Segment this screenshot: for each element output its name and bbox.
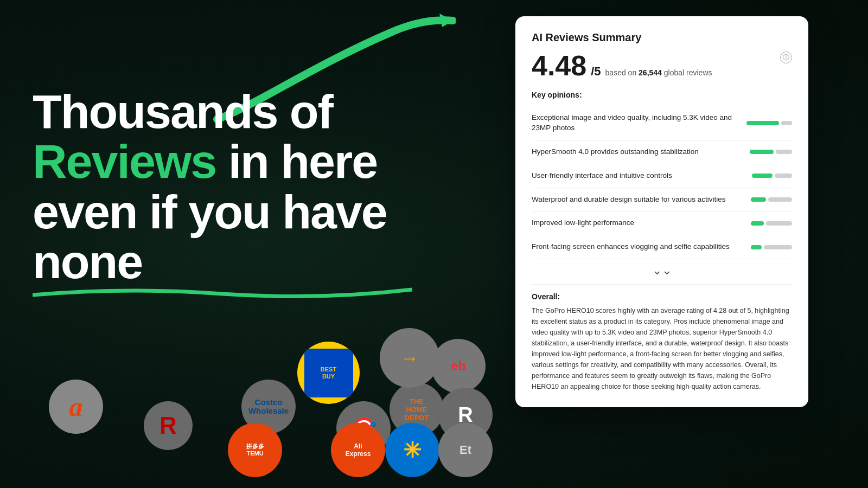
homedepot-text: THEHOMEDEPOT xyxy=(405,397,429,422)
temu-bubble: 拼多多TEMU xyxy=(228,423,282,477)
bar-1 xyxy=(746,121,792,125)
rating-meta: based on 26,544 global reviews xyxy=(605,68,712,77)
et-bubble: Et xyxy=(438,423,493,477)
walmart-star: ✳ xyxy=(403,438,422,463)
temu-text: 拼多多TEMU xyxy=(246,443,264,457)
aliexpress-bubble: AliExpress xyxy=(331,423,385,477)
bar-3 xyxy=(752,174,792,178)
show-more-chevron[interactable]: ⌄⌄ xyxy=(532,259,792,282)
alibaba-bubble: a xyxy=(49,380,103,434)
rating-value: 4.48 xyxy=(532,49,586,82)
opinion-row-4: Waterproof and durable design suitable f… xyxy=(532,188,792,211)
rakuten-bubble: R xyxy=(144,401,193,450)
bar-2 xyxy=(750,150,792,154)
bestbuy-inner: BESTBUY xyxy=(304,349,353,397)
bar-5 xyxy=(751,221,792,226)
opinion-row-6: Front-facing screen enhances vlogging an… xyxy=(532,235,792,259)
bestbuy-text: BESTBUY xyxy=(321,366,336,379)
rating-row: 4.48 /5 based on 26,544 global reviews ⓘ xyxy=(532,49,792,82)
ebay-text: eb xyxy=(451,358,466,374)
amazon-icon: → xyxy=(400,348,419,369)
bar-4 xyxy=(751,197,792,202)
headline-reviews-word: Reviews xyxy=(33,134,216,188)
opinion-row-2: HyperSmooth 4.0 provides outstanding sta… xyxy=(532,140,792,164)
bar-6 xyxy=(751,245,792,249)
key-opinions-label: Key opinions: xyxy=(532,91,792,99)
svg-marker-0 xyxy=(439,14,453,27)
rating-denom: /5 xyxy=(591,65,601,79)
headline-in-here: in here xyxy=(216,134,377,188)
walmart-bubble: ✳ xyxy=(385,423,439,477)
underline-svg xyxy=(33,284,412,299)
costco-text: CostcoWholesale xyxy=(248,398,289,416)
bestbuy-bubble: BESTBUY xyxy=(297,342,360,404)
card-title: AI Reviews Summary xyxy=(532,31,792,44)
rakuten-icon: R xyxy=(159,412,177,439)
amazon-bubble: → xyxy=(380,328,439,388)
opinion-row-1: Exceptional image and video quality, inc… xyxy=(532,106,792,140)
aliexpress-text: AliExpress xyxy=(346,442,371,458)
et-text: Et xyxy=(459,443,471,457)
headline: Thousands of Reviews in here even if you… xyxy=(33,87,439,287)
info-icon[interactable]: ⓘ xyxy=(780,52,792,63)
overall-label: Overall: xyxy=(532,292,792,301)
headline-line1: Thousands of xyxy=(33,87,439,137)
ebay-bubble: eb xyxy=(431,339,486,393)
headline-line3: even if you have none xyxy=(33,187,439,287)
left-content: Thousands of Reviews in here even if you… xyxy=(33,87,439,287)
alibaba-icon: a xyxy=(69,391,83,422)
opinion-row-3: User-friendly interface and intuitive co… xyxy=(532,164,792,188)
opinion-row-5: Improved low-light performance xyxy=(532,211,792,235)
logos-area: a R CostcoWholesale BESTBUY 🎯 THEHOMEDEP… xyxy=(0,336,868,466)
headline-line2: Reviews in here xyxy=(33,137,439,187)
